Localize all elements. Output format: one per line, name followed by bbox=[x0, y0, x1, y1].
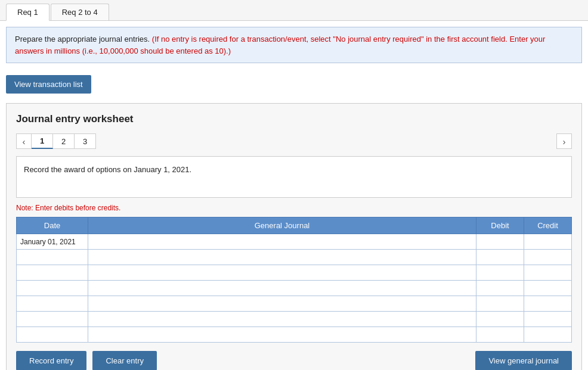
tabs-bar: Req 1 Req 2 to 4 bbox=[0, 0, 588, 21]
row-7-credit[interactable] bbox=[524, 327, 572, 343]
row-3-credit[interactable] bbox=[524, 265, 572, 281]
row-2-debit[interactable] bbox=[476, 250, 524, 265]
row-1-gj-input[interactable] bbox=[88, 234, 476, 249]
row-7-gj-input[interactable] bbox=[88, 327, 476, 342]
row-5-gj-input[interactable] bbox=[88, 296, 476, 311]
row-5-credit-input[interactable] bbox=[524, 296, 571, 311]
row-2-gj[interactable] bbox=[88, 250, 476, 265]
next-page-button[interactable]: › bbox=[556, 133, 572, 149]
row-7-debit-input[interactable] bbox=[476, 327, 524, 342]
row-5-credit[interactable] bbox=[524, 296, 572, 312]
row-7-gj[interactable] bbox=[88, 327, 476, 343]
prev-page-button[interactable]: ‹ bbox=[16, 133, 32, 149]
row-6-gj-input[interactable] bbox=[88, 312, 476, 327]
row-1-debit[interactable] bbox=[476, 234, 524, 250]
row-4-gj[interactable] bbox=[88, 281, 476, 296]
row-4-date bbox=[17, 281, 88, 296]
table-row bbox=[17, 312, 572, 327]
note-text: Note: Enter debits before credits. bbox=[16, 204, 572, 212]
row-5-gj[interactable] bbox=[88, 296, 476, 312]
clear-entry-button[interactable]: Clear entry bbox=[92, 351, 157, 370]
view-transaction-button[interactable]: View transaction list bbox=[6, 75, 91, 94]
instructions-main: Prepare the appropriate journal entries. bbox=[15, 35, 150, 43]
page-1[interactable]: 1 bbox=[32, 133, 53, 149]
table-row bbox=[17, 250, 572, 265]
row-6-debit[interactable] bbox=[476, 312, 524, 327]
col-header-date: Date bbox=[17, 217, 88, 234]
description-box: Record the award of options on January 1… bbox=[16, 156, 572, 198]
tab-req1[interactable]: Req 1 bbox=[6, 4, 49, 21]
description-text: Record the award of options on January 1… bbox=[24, 165, 191, 174]
page-3[interactable]: 3 bbox=[75, 133, 96, 149]
view-general-journal-button[interactable]: View general journal bbox=[475, 351, 572, 370]
col-header-gj: General Journal bbox=[88, 217, 476, 234]
col-header-credit: Credit bbox=[524, 217, 572, 234]
worksheet-card: Journal entry worksheet ‹ 1 2 3 › Record… bbox=[6, 103, 582, 370]
row-4-debit[interactable] bbox=[476, 281, 524, 296]
page-2[interactable]: 2 bbox=[53, 133, 75, 149]
row-1-debit-input[interactable] bbox=[476, 234, 524, 249]
table-row: January 01, 2021 bbox=[17, 234, 572, 250]
table-row bbox=[17, 281, 572, 296]
row-2-gj-input[interactable] bbox=[88, 250, 476, 265]
row-4-credit-input[interactable] bbox=[524, 281, 571, 296]
row-6-credit-input[interactable] bbox=[524, 312, 571, 327]
col-header-debit: Debit bbox=[476, 217, 524, 234]
row-3-gj[interactable] bbox=[88, 265, 476, 281]
row-3-gj-input[interactable] bbox=[88, 265, 476, 280]
row-6-credit[interactable] bbox=[524, 312, 572, 327]
row-3-date bbox=[17, 265, 88, 281]
instructions-box: Prepare the appropriate journal entries.… bbox=[6, 27, 582, 63]
pagination: ‹ 1 2 3 › bbox=[16, 133, 572, 149]
row-2-debit-input[interactable] bbox=[476, 250, 524, 265]
row-7-debit[interactable] bbox=[476, 327, 524, 343]
row-2-credit-input[interactable] bbox=[524, 250, 571, 265]
row-7-credit-input[interactable] bbox=[524, 327, 571, 342]
table-row bbox=[17, 327, 572, 343]
row-5-debit[interactable] bbox=[476, 296, 524, 312]
row-4-gj-input[interactable] bbox=[88, 281, 476, 296]
row-5-date bbox=[17, 296, 88, 312]
row-3-debit[interactable] bbox=[476, 265, 524, 281]
row-6-gj[interactable] bbox=[88, 312, 476, 327]
row-3-debit-input[interactable] bbox=[476, 265, 524, 280]
worksheet-title: Journal entry worksheet bbox=[16, 113, 572, 125]
row-2-credit[interactable] bbox=[524, 250, 572, 265]
row-4-credit[interactable] bbox=[524, 281, 572, 296]
row-1-credit-input[interactable] bbox=[524, 234, 571, 249]
row-5-debit-input[interactable] bbox=[476, 296, 524, 311]
record-entry-button[interactable]: Record entry bbox=[16, 351, 86, 370]
row-6-debit-input[interactable] bbox=[476, 312, 524, 327]
row-2-date bbox=[17, 250, 88, 265]
row-4-debit-input[interactable] bbox=[476, 281, 524, 296]
row-7-date bbox=[17, 327, 88, 343]
journal-table: Date General Journal Debit Credit Januar… bbox=[16, 217, 572, 343]
row-3-credit-input[interactable] bbox=[524, 265, 571, 280]
bottom-buttons: Record entry Clear entry View general jo… bbox=[16, 351, 572, 370]
row-1-credit[interactable] bbox=[524, 234, 572, 250]
table-row bbox=[17, 265, 572, 281]
tab-req2to4[interactable]: Req 2 to 4 bbox=[51, 4, 109, 20]
row-6-date bbox=[17, 312, 88, 327]
row-1-date: January 01, 2021 bbox=[17, 234, 88, 250]
row-1-gj[interactable] bbox=[88, 234, 476, 250]
table-row bbox=[17, 296, 572, 312]
